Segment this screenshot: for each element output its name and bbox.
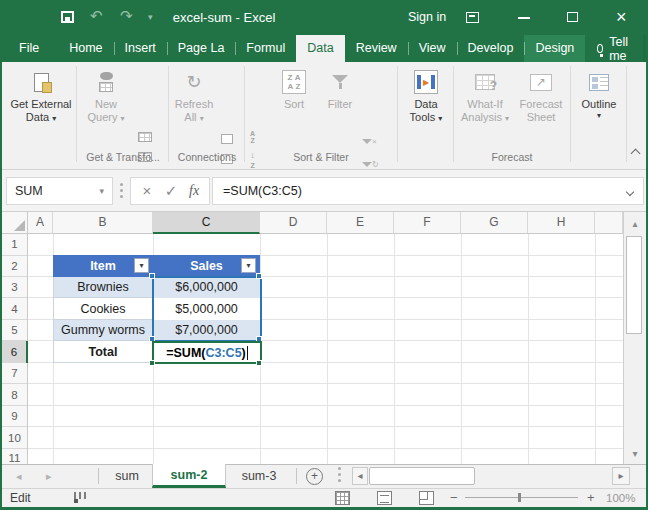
row-header-4[interactable]: 4	[2, 298, 27, 320]
hscroll-right-button[interactable]: ▸	[612, 467, 630, 485]
cell-b5[interactable]: Gummy worms	[53, 320, 153, 341]
active-cell-handle[interactable]	[149, 360, 155, 366]
maximize-button[interactable]	[567, 12, 578, 22]
range-selection-c3-c5[interactable]	[152, 276, 262, 342]
expand-formula-bar-icon[interactable]	[627, 189, 633, 195]
row-header-6[interactable]: 6	[2, 341, 28, 363]
range-handle[interactable]	[149, 273, 155, 279]
column-header-a[interactable]: A	[28, 212, 53, 234]
get-external-data-button[interactable]: Get External Data	[8, 66, 74, 150]
tab-design[interactable]: Design	[524, 35, 585, 62]
close-button[interactable]: ×	[616, 8, 627, 26]
connections-icon[interactable]	[221, 134, 233, 144]
item-filter-dropdown[interactable]: ▾	[134, 258, 149, 273]
tab-view[interactable]: View	[408, 35, 457, 62]
tell-me-button[interactable]: Tell me	[585, 35, 643, 62]
row-header-7[interactable]: 7	[2, 363, 27, 384]
tab-home[interactable]: Home	[58, 35, 113, 62]
column-header-stub[interactable]	[595, 212, 623, 234]
column-header-c[interactable]: C	[153, 212, 260, 234]
column-header-h[interactable]: H	[528, 212, 595, 234]
scroll-up-icon[interactable]: ▴	[624, 218, 646, 229]
cell-b6-total[interactable]: Total	[53, 341, 153, 363]
tab-review[interactable]: Review	[345, 35, 408, 62]
zoom-slider-track[interactable]	[465, 497, 578, 498]
select-all-button[interactable]	[2, 212, 28, 234]
tab-file[interactable]: File	[8, 35, 50, 62]
show-queries-icon[interactable]	[138, 132, 152, 142]
tab-formulas[interactable]: Formul	[235, 35, 296, 62]
zoom-level[interactable]: 100%	[606, 489, 635, 508]
sort-button[interactable]: Z AA Z Sort	[274, 66, 314, 150]
scroll-down-icon[interactable]: ▾	[624, 448, 646, 459]
row-header-10[interactable]: 10	[2, 427, 27, 449]
enter-icon[interactable]: ✓	[163, 178, 179, 204]
column-header-b[interactable]: B	[53, 212, 153, 234]
zoom-slider-thumb[interactable]	[518, 493, 521, 502]
filter-button[interactable]: Filter	[320, 66, 360, 150]
column-header-e[interactable]: E	[327, 212, 394, 234]
outline-button[interactable]: Outline	[574, 66, 624, 150]
range-handle[interactable]	[256, 273, 262, 279]
group-label-forecast[interactable]: Forecast	[455, 150, 569, 164]
refresh-all-button[interactable]: ↻ Refresh All	[172, 66, 216, 150]
data-tools-button[interactable]: ▶ Data Tools	[401, 66, 451, 150]
tab-bar-grip[interactable]	[338, 473, 341, 476]
tab-developer[interactable]: Develop	[457, 35, 525, 62]
sheet-nav-next-icon[interactable]: ▸	[46, 464, 52, 488]
hscroll-left-button[interactable]: ◂	[352, 467, 368, 485]
row-header-3[interactable]: 3	[2, 277, 27, 298]
group-label-get-transform[interactable]: Get & Transfo...	[78, 150, 168, 164]
normal-view-icon[interactable]	[335, 491, 350, 505]
vertical-scroll-thumb[interactable]	[626, 236, 642, 334]
cell-b3[interactable]: Brownies	[53, 277, 153, 298]
name-box-dropdown-icon[interactable]: ▾	[99, 178, 104, 204]
zoom-out-icon[interactable]: −	[450, 488, 458, 507]
page-break-preview-icon[interactable]	[419, 491, 434, 505]
document-icon	[34, 73, 49, 92]
row-header-1[interactable]: 1	[2, 234, 27, 255]
insert-function-icon[interactable]: fx	[189, 178, 199, 204]
what-if-analysis-label: What-If Analysis	[461, 98, 503, 123]
forecast-sheet-button[interactable]: ↗ Forecast Sheet	[515, 66, 567, 150]
new-sheet-button[interactable]: +	[306, 468, 323, 485]
horizontal-scroll-thumb[interactable]	[369, 467, 475, 485]
ribbon-display-options-icon[interactable]	[466, 12, 479, 23]
tab-insert[interactable]: Insert	[114, 35, 167, 62]
formula-bar-row: SUM ▾ × ✓ fx =SUM(C3:C5)	[2, 170, 646, 212]
what-if-analysis-button[interactable]: What-If Analysis	[457, 66, 513, 150]
active-cell-handle[interactable]	[256, 360, 262, 366]
row-header-11[interactable]: 11	[2, 449, 27, 464]
sheet-tab-sum-3[interactable]: sum-3	[228, 465, 290, 488]
row-header-5[interactable]: 5	[2, 320, 27, 341]
sales-filter-dropdown[interactable]: ▾	[241, 258, 256, 273]
zoom-in-icon[interactable]: +	[587, 488, 595, 507]
name-box[interactable]: SUM ▾	[6, 177, 113, 205]
sheet-tab-sum-2[interactable]: sum-2	[152, 464, 226, 488]
minimize-button[interactable]	[518, 17, 530, 19]
sheet-nav-prev-icon[interactable]: ◂	[16, 464, 22, 488]
tab-page-layout[interactable]: Page La	[167, 35, 236, 62]
tab-data[interactable]: Data	[296, 35, 344, 62]
formula-input[interactable]: =SUM(C3:C5)	[212, 177, 644, 205]
cancel-icon[interactable]: ×	[139, 178, 155, 204]
collapse-ribbon-button[interactable]	[632, 150, 639, 157]
group-label-connections[interactable]: Connections	[170, 150, 244, 164]
row-header-9[interactable]: 9	[2, 406, 27, 427]
sign-in-button[interactable]: Sign in	[408, 0, 446, 35]
column-header-g[interactable]: G	[461, 212, 528, 234]
column-header-f[interactable]: F	[394, 212, 461, 234]
sheet-tab-sum[interactable]: sum	[104, 465, 150, 488]
cell-b4[interactable]: Cookies	[53, 298, 153, 320]
cell-c6-formula-edit[interactable]: =SUM(C3:C5)	[152, 341, 262, 364]
column-header-d[interactable]: D	[260, 212, 327, 234]
row-header-2[interactable]: 2	[2, 255, 27, 277]
page-layout-view-icon[interactable]	[377, 491, 392, 505]
formula-bar-grip[interactable]	[120, 189, 123, 192]
get-external-data-label: Get External Data	[10, 98, 71, 123]
new-query-button[interactable]: New Query	[80, 66, 132, 150]
clear-filter-icon[interactable]: ×	[362, 130, 377, 148]
row-header-8[interactable]: 8	[2, 384, 27, 406]
macro-record-icon[interactable]	[74, 492, 86, 503]
group-label-sort-filter[interactable]: Sort & Filter	[246, 150, 396, 164]
